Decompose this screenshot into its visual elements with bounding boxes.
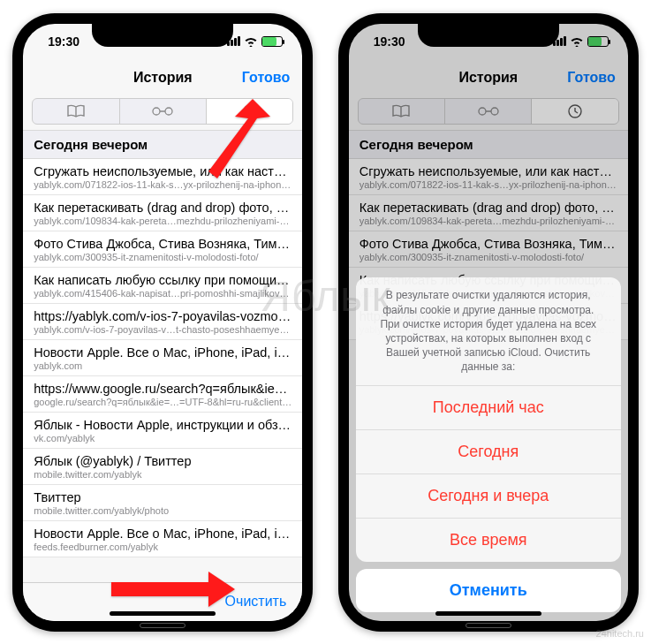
history-row-title: Твиттер	[34, 490, 291, 504]
history-row[interactable]: Как перетаскивать (drag and drop) фото, …	[23, 195, 302, 231]
history-row[interactable]: https://www.google.ru/search?q=яблык&ie=…	[23, 376, 302, 413]
status-time: 19:30	[48, 34, 79, 49]
home-indicator[interactable]	[110, 611, 216, 616]
svg-marker-2	[111, 572, 235, 607]
svg-marker-1	[208, 99, 270, 178]
annotation-arrow-bottom	[111, 572, 235, 607]
history-row-title: Фото Стива Джобса, Стива Возняка, Тима К…	[34, 237, 291, 251]
history-row[interactable]: Фото Стива Джобса, Стива Возняка, Тима К…	[23, 231, 302, 268]
history-row-url: yablyk.com/415406-kak-napisat…pri-pomosh…	[34, 288, 291, 299]
history-row[interactable]: Как написать любую ссылку при помощи см……	[23, 268, 302, 304]
history-row-title: Новости Apple. Все о Mac, iPhone, iPad, …	[34, 345, 291, 360]
tab-bookmarks[interactable]	[33, 99, 118, 124]
battery-icon	[261, 36, 283, 47]
nav-bar: История Готово	[23, 59, 302, 96]
annotation-arrow-top	[173, 99, 270, 178]
history-row-url: yablyk.com/109834-kak-pereta…mezhdu-pril…	[34, 216, 291, 226]
wifi-icon	[244, 36, 258, 47]
phone-left: 19:30 История Готово Сегодня вечером Сгр…	[12, 13, 313, 632]
history-row[interactable]: https://yablyk.com/v-ios-7-poyavilas-voz…	[23, 304, 302, 340]
clear-today-yesterday[interactable]: Сегодня и вчера	[356, 474, 621, 518]
history-row-title: Как написать любую ссылку при помощи см…	[34, 273, 291, 287]
glasses-icon	[151, 106, 174, 117]
screen-right: 19:30 История Готово Сегодня вечером Сгр…	[349, 24, 628, 621]
book-icon	[66, 104, 86, 118]
status-indicators	[227, 36, 283, 47]
history-row-url: mobile.twitter.com/yablyk	[34, 469, 291, 480]
history-row[interactable]: Новости Apple. Все о Mac, iPhone, iPad, …	[23, 340, 302, 376]
history-row[interactable]: Твиттерmobile.twitter.com/yablyk/photo	[23, 485, 302, 521]
notch	[418, 24, 559, 47]
history-row-url: feeds.feedburner.com/yablyk	[34, 542, 291, 552]
notch	[92, 24, 233, 47]
screen-left: 19:30 История Готово Сегодня вечером Сгр…	[23, 24, 302, 621]
footer-watermark: 24hitech.ru	[596, 628, 644, 639]
cancel-button[interactable]: Отменить	[356, 569, 621, 612]
history-row[interactable]: Яблык (@yablyk) / Твиттерmobile.twitter.…	[23, 449, 302, 485]
history-row-url: google.ru/search?q=яблык&ie=…=UTF-8&hl=r…	[34, 397, 291, 407]
history-row-title: Яблык - Новости Apple, инструкции и обзо…	[34, 418, 291, 432]
done-button[interactable]: Готово	[242, 70, 290, 86]
history-list[interactable]: Сгружать неиспользуемые, или как настрои…	[23, 159, 302, 557]
clear-today[interactable]: Сегодня	[356, 429, 621, 474]
clear-all-time[interactable]: Все время	[356, 518, 621, 562]
home-indicator[interactable]	[435, 611, 541, 616]
history-row-title: https://yablyk.com/v-ios-7-poyavilas-voz…	[34, 309, 291, 323]
history-row[interactable]: Яблык - Новости Apple, инструкции и обзо…	[23, 413, 302, 449]
phone-right: 19:30 История Готово Сегодня вечером Сгр…	[338, 13, 639, 632]
sheet-message: В результате очистки удаляются история, …	[356, 277, 621, 384]
history-row-url: yablyk.com/v-ios-7-poyavilas-v…t-chasto-…	[34, 324, 291, 335]
history-row-title: Как перетаскивать (drag and drop) фото, …	[34, 201, 291, 215]
history-row-url: yablyk.com	[34, 360, 291, 371]
history-row-title: https://www.google.ru/search?q=яблык&ie=…	[34, 382, 291, 396]
page-title: История	[133, 70, 193, 86]
action-sheet: В результате очистки удаляются история, …	[356, 277, 621, 611]
history-row-title: Яблык (@yablyk) / Твиттер	[34, 454, 291, 468]
history-row-title: Новости Apple. Все о Mac, iPhone, iPad, …	[34, 527, 291, 541]
clear-last-hour[interactable]: Последний час	[356, 385, 621, 429]
history-row-url: vk.com/yablyk	[34, 433, 291, 443]
history-row-url: yablyk.com/300935-it-znamenitosti-v-molo…	[34, 252, 291, 262]
history-row-url: yablyk.com/071822-ios-11-kak-s…yx-priloz…	[34, 179, 291, 190]
history-row-url: mobile.twitter.com/yablyk/photo	[34, 505, 291, 516]
history-row[interactable]: Новости Apple. Все о Mac, iPhone, iPad, …	[23, 521, 302, 557]
